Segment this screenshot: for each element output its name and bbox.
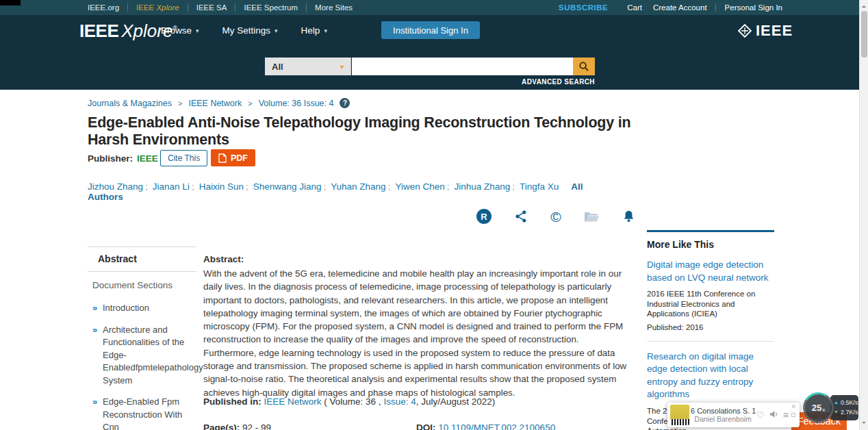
- publisher-row: Publisher:IEEE: [88, 153, 158, 164]
- nav-my-settings[interactable]: My Settings▾: [222, 25, 278, 36]
- search-scope-value: All: [272, 62, 283, 72]
- cite-this-button[interactable]: Cite This: [160, 150, 207, 166]
- author-link[interactable]: Haixin Sun: [199, 181, 244, 192]
- search-input[interactable]: [352, 58, 573, 75]
- author-link[interactable]: Shenwang Jiang: [253, 181, 322, 192]
- logo-ieee-text: IEEE: [79, 21, 118, 41]
- doi-row: DOI: 10.1109/MNET.002.2100650: [416, 422, 555, 430]
- copyright-icon[interactable]: ©: [550, 210, 561, 224]
- link-ieee-xplore[interactable]: IEEE Xplore: [127, 3, 188, 12]
- abstract-text: With the advent of the 5G era, telemedic…: [203, 267, 634, 399]
- reading-list-icon[interactable]: R: [476, 209, 492, 224]
- section-link-reconstruction[interactable]: »Edge-Enabled Fpm Reconstruction With Cn…: [92, 396, 196, 430]
- author-link[interactable]: Yuhan Zhang: [331, 181, 385, 192]
- pdf-button[interactable]: PDF: [211, 149, 255, 166]
- xplore-italic-text: Xplore: [156, 3, 179, 12]
- author-separator: ;: [447, 181, 450, 192]
- author-link[interactable]: Jizhou Zhang: [88, 181, 143, 192]
- share-icon[interactable]: [514, 210, 528, 223]
- doi-link[interactable]: 10.1109/MNET.002.2100650: [438, 422, 555, 430]
- advanced-search-link[interactable]: ADVANCED SEARCH: [436, 78, 595, 86]
- progress-ring-widget[interactable]: 25x: [800, 390, 837, 426]
- top-utility-bar: IEEE.org IEEE Xplore IEEE SA IEEE Spectr…: [0, 0, 868, 15]
- search-scope-dropdown[interactable]: All ▾: [265, 58, 351, 75]
- related-title-link[interactable]: Digital image edge detection based on LV…: [647, 259, 774, 284]
- pdf-button-label: PDF: [231, 153, 248, 163]
- breadcrumb-journals[interactable]: Journals & Magazines: [88, 99, 172, 108]
- speaker-icon[interactable]: [769, 409, 778, 421]
- alerts-bell-icon[interactable]: [622, 210, 635, 224]
- related-title-link[interactable]: Research on digital image edge detection…: [647, 351, 774, 401]
- section-link-architecture[interactable]: »Architecture and Functionalities of the…: [92, 324, 196, 388]
- xplore-ieee-text: IEEE: [136, 3, 154, 12]
- journal-link[interactable]: IEEE Network: [264, 396, 322, 407]
- nav-browse-label: Browse: [161, 25, 192, 36]
- author-link[interactable]: Jianan Li: [153, 181, 190, 192]
- account-links: SUBSCRIBE Cart Create Account Personal S…: [559, 0, 782, 15]
- search-button[interactable]: [573, 58, 595, 75]
- track-info: 6 Consolations S. 172 Daniel Barenboim: [689, 407, 756, 423]
- link-ieee-sa[interactable]: IEEE SA: [188, 3, 235, 12]
- subscribe-link[interactable]: SUBSCRIBE: [559, 3, 608, 12]
- popout-icon[interactable]: [791, 413, 795, 417]
- institutional-sign-in-button[interactable]: Institutional Sign In: [381, 21, 480, 39]
- corner-notch: [0, 0, 21, 5]
- section-link-introduction[interactable]: »Introduction: [92, 302, 196, 315]
- nav-browse[interactable]: Browse▾: [161, 25, 199, 36]
- ieee-diamond-icon: [737, 23, 753, 39]
- scrollbar-down-arrow[interactable]: [860, 419, 868, 426]
- tab-abstract[interactable]: Abstract: [88, 246, 196, 272]
- download-speed: 2.7K/s: [841, 407, 858, 417]
- personal-sign-in-link[interactable]: Personal Sign In: [715, 3, 782, 12]
- cart-link[interactable]: Cart: [627, 3, 642, 12]
- author-separator: ;: [145, 181, 148, 192]
- author-link[interactable]: Yiwen Chen: [395, 181, 444, 192]
- folder-icon[interactable]: [584, 210, 600, 223]
- breadcrumb-volume-issue[interactable]: Volume: 36 Issue: 4: [259, 99, 334, 108]
- music-player-widget[interactable]: 6 Consolations S. 172 Daniel Barenboim ♡…: [667, 403, 800, 427]
- ieee-brand-logo[interactable]: IEEE: [737, 22, 793, 40]
- section-label: Edge-Enabled Fpm Reconstruction With Cnn: [103, 396, 182, 430]
- upload-speed: 0.5K/s: [841, 398, 858, 407]
- link-ieee-spectrum[interactable]: IEEE Spectrum: [235, 3, 306, 12]
- scrollbar-up-arrow[interactable]: [860, 2, 868, 9]
- published-in-row: Published in: IEEE Network ( Volume: 36 …: [203, 396, 495, 407]
- create-account-link[interactable]: Create Account: [653, 3, 707, 12]
- search-icon: [578, 61, 589, 72]
- site-links: IEEE.org IEEE Xplore IEEE SA IEEE Spectr…: [79, 0, 361, 15]
- author-link[interactable]: Jinhua Zhang: [454, 181, 510, 192]
- abstract-heading: Abstract:: [203, 254, 244, 264]
- more-like-this-heading: More Like This: [647, 239, 774, 250]
- close-icon[interactable]: ✕: [791, 403, 796, 410]
- page-scrollbar[interactable]: [859, 0, 868, 430]
- author-separator: ;: [192, 181, 194, 192]
- pdf-file-icon: [218, 153, 227, 163]
- progress-unit: x: [822, 407, 825, 413]
- document-sections-sidebar: Abstract Document Sections »Introduction…: [88, 246, 196, 430]
- page-title: Edge-Enabled Anti-Noise Telepathology Im…: [88, 114, 634, 149]
- issue-link[interactable]: Issue: 4: [383, 396, 416, 407]
- nav-help[interactable]: Help▾: [301, 25, 327, 36]
- pages-row: Page(s): 92 - 99: [203, 422, 271, 430]
- chevron-right-icon: »: [92, 396, 97, 409]
- document-action-icons: R ©: [476, 209, 635, 224]
- network-speed-widget[interactable]: ▲0.5K/s ▼2.7K/s: [830, 395, 858, 420]
- link-more-sites[interactable]: More Sites: [306, 3, 361, 12]
- playlist-icon[interactable]: ≡: [783, 409, 789, 420]
- link-ieee-org[interactable]: IEEE.org: [79, 3, 127, 12]
- document-sections-label: Document Sections: [92, 280, 196, 290]
- doi-label: DOI:: [416, 422, 436, 430]
- chevron-down-icon: ▾: [324, 27, 327, 34]
- favorite-heart-icon[interactable]: ♡: [756, 410, 765, 420]
- breadcrumb-ieee-network[interactable]: IEEE Network: [188, 99, 242, 108]
- ieee-xplore-document-page: IEEE.org IEEE Xplore IEEE SA IEEE Spectr…: [0, 0, 868, 430]
- author-link[interactable]: Tingfa Xu: [520, 181, 559, 192]
- breadcrumb-separator: >: [178, 99, 182, 108]
- chevron-right-icon: »: [92, 324, 97, 337]
- upload-arrow-icon: ▲: [834, 398, 839, 407]
- scrollbar-thumb[interactable]: [861, 11, 867, 58]
- help-icon[interactable]: ?: [340, 98, 350, 108]
- publisher-label: Publisher:: [88, 153, 133, 164]
- publisher-name[interactable]: IEEE: [137, 153, 158, 164]
- track-title: 6 Consolations S. 172: [691, 407, 755, 415]
